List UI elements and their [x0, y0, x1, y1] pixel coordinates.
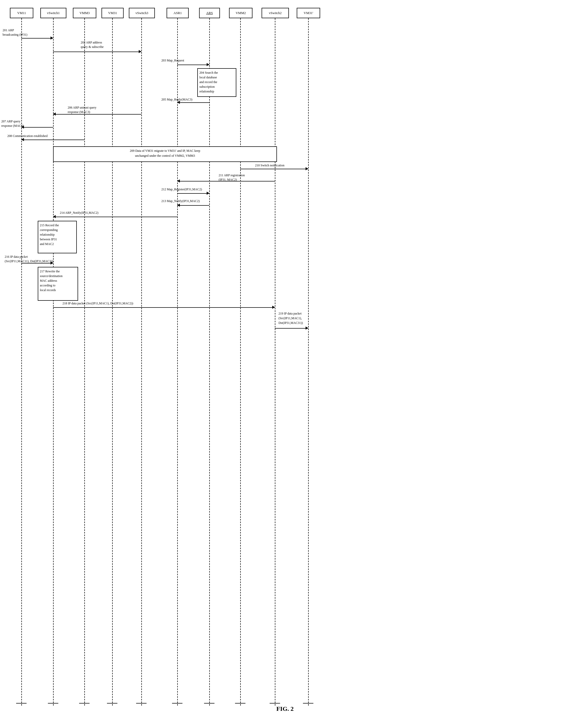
msg-206-arrow: [53, 114, 141, 114]
msg-214-arrow: [53, 217, 177, 217]
lifeline-ASR1: [177, 18, 178, 706]
msg-219-arrow: [275, 328, 308, 328]
lifeline-vSwitch2: [275, 18, 275, 706]
lifeline-VM31: [112, 18, 113, 706]
msg-208-label: 208 Communication established: [7, 134, 48, 138]
entity-VM11: VM11: [10, 8, 33, 18]
msg-216-arrow: [21, 263, 53, 263]
msg-210-arrow: [240, 169, 308, 169]
msg-209-box: 209 Data of VM31 migrate to VM31' and IP…: [53, 146, 277, 162]
msg-207-arrow: [21, 127, 53, 128]
msg-216-arrowhead: [50, 261, 53, 265]
msg-212-arrowhead: [207, 192, 209, 195]
msg-202-arrow: [53, 51, 141, 52]
msg-205-label: 205 Map_Reply(MAC3): [162, 98, 192, 101]
msg-210-arrowhead: [306, 167, 308, 170]
msg-208-arrow: [21, 140, 84, 140]
entity-ASR1: ASR1: [167, 8, 189, 18]
lifeline-VM31p: [308, 18, 309, 706]
msg-212-arrow: [177, 193, 209, 194]
msg-202-arrowhead: [139, 50, 141, 53]
msg-211-arrow: [177, 181, 275, 182]
entity-vSwitch3: vSwitch3: [129, 8, 155, 18]
msg-218-label: 218 IP data packet (Src(IP11,MAC1), Dst(…: [62, 301, 133, 305]
entity-vSwitch2: vSwitch2: [262, 8, 289, 18]
msg-203-arrowhead: [207, 63, 209, 66]
msg-201-arrowhead: [50, 36, 53, 40]
msg-204-box: 204 Search thelocal databaseand record t…: [197, 68, 236, 97]
diagram-container: VM11 vSwitch1 VMM3 VM31 vSwitch3 ASR1 AR…: [0, 0, 570, 728]
msg-215-box: 215 Record thecorrespondingrelationshipb…: [38, 221, 77, 253]
msg-218-arrow: [53, 307, 275, 308]
entity-VMM3: VMM3: [73, 8, 96, 18]
lifeline-VMM3: [84, 18, 85, 706]
lifeline-vSwitch1: [53, 18, 54, 706]
entity-VMM2: VMM2: [229, 8, 253, 18]
msg-213-arrow: [177, 205, 209, 206]
entity-vSwitch1: vSwitch1: [40, 8, 66, 18]
msg-214-label: 214 ARP_Notify(IP31,MAC2): [60, 211, 98, 215]
msg-203-label: 203 Map_Request: [162, 59, 184, 62]
msg-205-arrow: [177, 102, 209, 103]
entity-VM31: VM31: [101, 8, 123, 18]
msg-219-label: 219 IP data packet(Src(IP11,MAC1),Dst(IP…: [279, 311, 303, 325]
msg-217-box: 217 Rewrite thesource/destinationMAC add…: [38, 267, 78, 301]
msg-213-label: 213 Map_Notify(IP31,MAC2): [162, 199, 200, 203]
msg-203-arrow: [177, 64, 209, 65]
msg-207-label: 207 ARP queryresponse (MAC3): [1, 119, 24, 128]
msg-211-label: 211 ARP registration(IP31, MAC2): [219, 173, 245, 182]
msg-210-label: 210 Switch notification: [255, 164, 284, 168]
msg-218-arrowhead: [272, 306, 275, 309]
msg-206-label: 206 ARP unicast queryresponse (MAC3): [68, 105, 96, 114]
msg-201-label: 201 ARPbroadcasting (IP31): [3, 28, 27, 37]
msg-212-label: 212 Map_Register(IP31,MAC2): [162, 188, 202, 191]
msg-216-label: 216 IP data packet(Src(IP11,MAC11), Dst(…: [5, 255, 53, 263]
lifeline-vSwitch3: [141, 18, 142, 706]
entity-VM31p: VM31': [297, 8, 320, 18]
lifeline-VM11: [21, 18, 22, 706]
msg-219-arrowhead: [306, 326, 308, 330]
lifeline-VMM2: [240, 18, 241, 706]
entity-ARS: ARS: [199, 8, 220, 18]
lifeline-ARS: [209, 18, 210, 706]
figure-caption: FIG. 2: [0, 705, 570, 712]
msg-201-arrow: [21, 38, 53, 38]
